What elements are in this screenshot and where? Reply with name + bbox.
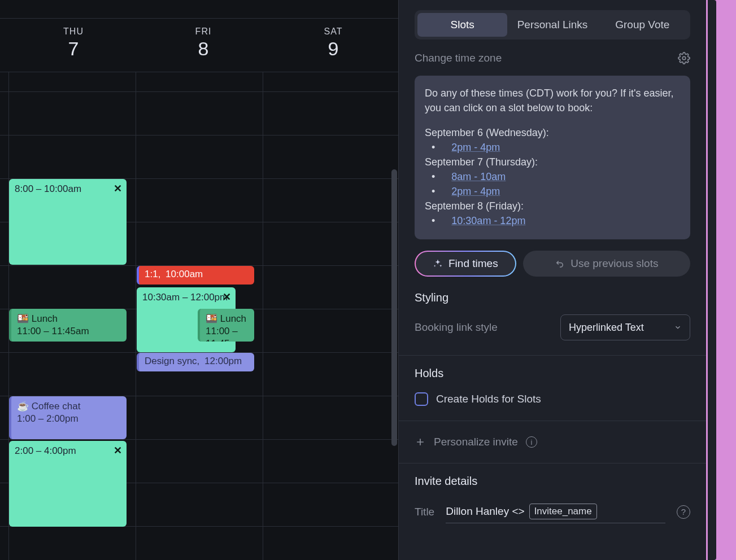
settings-gear-icon[interactable]: [678, 52, 690, 64]
event-title: 1:1,: [145, 269, 160, 279]
day-header-thu[interactable]: THU 7: [8, 19, 138, 63]
event-fri-lunch[interactable]: 🍱 Lunch 11:00 – 11:45: [198, 309, 254, 342]
day-header-sat[interactable]: SAT 9: [268, 19, 398, 63]
select-value: Hyperlinked Text: [569, 322, 644, 334]
slot-time: 2:00 – 4:00pm: [15, 445, 76, 456]
dow-label: FRI: [138, 27, 268, 37]
tab-personal-links[interactable]: Personal Links: [507, 13, 597, 37]
close-icon[interactable]: ✕: [114, 444, 122, 457]
event-time: 11:00 – 11:45am: [17, 325, 121, 338]
title-label: Title: [415, 506, 434, 518]
message-day-1: September 6 (Wednesday):: [425, 125, 680, 140]
message-day-3: September 8 (Friday):: [425, 199, 680, 213]
use-previous-slots-button[interactable]: Use previous slots: [523, 251, 690, 277]
slot-time: 10:30am – 12:00pm: [142, 292, 228, 303]
day-header-fri[interactable]: FRI 8: [138, 19, 268, 63]
event-title: Design sync,: [145, 356, 199, 366]
find-times-label: Find times: [448, 257, 498, 270]
tab-group-vote[interactable]: Group Vote: [598, 13, 687, 37]
event-title: 🍱 Lunch: [206, 313, 249, 325]
close-icon[interactable]: ✕: [223, 291, 231, 303]
event-time: 12:00pm: [204, 356, 242, 366]
booking-link-style-label: Booking link style: [415, 321, 498, 334]
slot-thu-2pm[interactable]: 2:00 – 4:00pm ✕: [9, 441, 127, 527]
slot-time: 8:00 – 10:00am: [15, 183, 81, 194]
mode-tabs: Slots Personal Links Group Vote: [415, 10, 690, 40]
day-number: 9: [268, 38, 398, 60]
slot-link[interactable]: 10:30am - 12pm: [451, 215, 525, 226]
sparkle-icon: [433, 259, 443, 269]
info-icon[interactable]: i: [526, 436, 537, 448]
title-variable-invitee-name[interactable]: Invitee_name: [529, 504, 597, 519]
styling-header: Styling: [415, 291, 690, 304]
event-fri-1on1[interactable]: 1:1, 10:00am: [137, 266, 254, 285]
slot-thu-8am[interactable]: 8:00 – 10:00am ✕: [9, 179, 127, 265]
calendar-view: THU 7 FRI 8 SAT 9 8:00 – 10:00am: [0, 0, 398, 560]
slot-link[interactable]: 8am - 10am: [451, 171, 506, 182]
event-fri-design-sync[interactable]: Design sync, 12:00pm: [137, 353, 254, 371]
message-intro: Do any of these times (CDT) work for you…: [425, 86, 680, 115]
day-number: 8: [138, 38, 268, 60]
chevron-down-icon: [674, 323, 682, 331]
svg-point-0: [682, 56, 686, 60]
plus-icon[interactable]: [415, 436, 426, 448]
use-previous-label: Use previous slots: [570, 257, 658, 270]
change-timezone-link[interactable]: Change time zone: [415, 52, 502, 64]
booking-link-style-select[interactable]: Hyperlinked Text: [560, 314, 690, 340]
title-prefix: Dillon Hanley <>: [446, 505, 524, 518]
holds-header: Holds: [415, 367, 690, 380]
calendar-header: THU 7 FRI 8 SAT 9: [0, 18, 398, 63]
message-day-2: September 7 (Thursday):: [425, 155, 680, 169]
event-thu-lunch[interactable]: 🍱 Lunch 11:00 – 11:45am: [9, 309, 127, 342]
window-edge-decoration: [706, 0, 736, 560]
slot-link[interactable]: 2pm - 4pm: [451, 142, 500, 153]
event-time: 1:00 – 2:00pm: [17, 413, 121, 425]
help-icon[interactable]: ?: [677, 505, 690, 519]
tab-slots[interactable]: Slots: [417, 13, 507, 37]
personalize-invite-button[interactable]: Personalize invite: [434, 436, 518, 448]
close-icon[interactable]: ✕: [114, 182, 122, 195]
dow-label: THU: [8, 27, 138, 37]
create-holds-label: Create Holds for Slots: [436, 393, 541, 405]
dow-label: SAT: [268, 27, 398, 37]
undo-icon: [555, 259, 565, 269]
slot-link[interactable]: 2pm - 4pm: [451, 186, 500, 197]
scheduling-panel: Slots Personal Links Group Vote Change t…: [398, 0, 706, 560]
invite-title-field[interactable]: Dillon Hanley <> Invitee_name: [446, 500, 665, 523]
find-times-button[interactable]: Find times: [415, 251, 516, 277]
create-holds-checkbox[interactable]: [415, 392, 428, 406]
event-title: ☕ Coffee chat: [17, 400, 121, 413]
event-title: 🍱 Lunch: [17, 313, 121, 325]
slots-message-preview[interactable]: Do any of these times (CDT) work for you…: [415, 76, 690, 239]
day-number: 7: [8, 38, 138, 60]
event-time: 11:00 – 11:45: [206, 325, 249, 342]
event-time: 10:00am: [166, 269, 203, 279]
calendar-scrollbar[interactable]: [391, 169, 397, 446]
calendar-grid[interactable]: 8:00 – 10:00am ✕ 🍱 Lunch 11:00 – 11:45am…: [0, 72, 398, 560]
event-thu-coffee[interactable]: ☕ Coffee chat 1:00 – 2:00pm: [9, 396, 127, 439]
invite-details-header: Invite details: [415, 475, 690, 488]
